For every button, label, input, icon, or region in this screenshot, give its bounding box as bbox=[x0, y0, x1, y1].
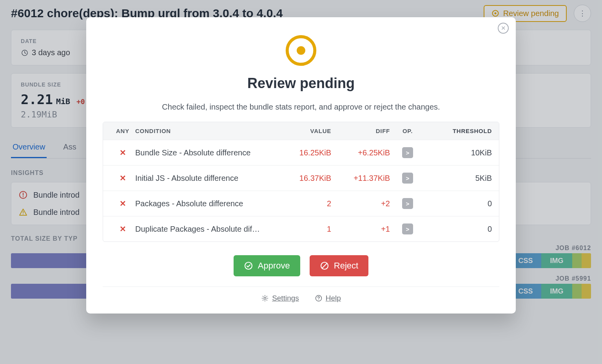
modal-title: Review pending bbox=[103, 75, 499, 92]
reject-button[interactable]: Reject bbox=[310, 255, 368, 276]
fail-x-icon: ✕ bbox=[120, 199, 126, 208]
diff-text: +6.25KiB bbox=[331, 148, 390, 157]
value-text: 16.25KiB bbox=[272, 148, 331, 157]
threshold-text: 5KiB bbox=[425, 174, 492, 183]
gear-icon bbox=[261, 294, 269, 302]
table-row[interactable]: ✕Initial JS - Absolute difference16.37Ki… bbox=[103, 165, 499, 191]
diff-text: +1 bbox=[331, 225, 390, 234]
col-condition: CONDITION bbox=[135, 128, 272, 134]
table-row[interactable]: ✕Packages - Absolute difference2+2>0 bbox=[103, 191, 499, 216]
modal-description: Check failed, inspect the bundle stats r… bbox=[103, 103, 499, 112]
col-value: VALUE bbox=[272, 128, 331, 134]
pending-icon bbox=[283, 32, 319, 69]
threshold-text: 0 bbox=[425, 225, 492, 234]
col-any: ANY bbox=[110, 128, 135, 134]
svg-point-8 bbox=[245, 262, 252, 269]
fail-x-icon: ✕ bbox=[120, 148, 126, 157]
settings-link[interactable]: Settings bbox=[261, 294, 299, 303]
op-chip: > bbox=[402, 147, 413, 158]
reject-text: Reject bbox=[334, 261, 358, 271]
col-threshold: THRESHOLD bbox=[425, 128, 492, 134]
diff-text: +11.37KiB bbox=[331, 174, 390, 183]
threshold-text: 10KiB bbox=[425, 148, 492, 157]
diff-text: +2 bbox=[331, 199, 390, 208]
svg-point-10 bbox=[264, 297, 266, 299]
value-text: 16.37KiB bbox=[272, 174, 331, 183]
condition-text: Duplicate Packages - Absolute dif… bbox=[135, 225, 272, 234]
approve-button[interactable]: Approve bbox=[234, 255, 300, 276]
settings-text: Settings bbox=[272, 294, 299, 303]
ban-icon bbox=[320, 261, 329, 270]
help-icon bbox=[315, 294, 323, 302]
svg-point-12 bbox=[318, 299, 319, 300]
help-text: Help bbox=[326, 294, 341, 303]
op-chip: > bbox=[402, 173, 413, 184]
approve-text: Approve bbox=[258, 261, 290, 271]
conditions-table: ANY CONDITION VALUE DIFF OP. THRESHOLD ✕… bbox=[103, 122, 499, 242]
condition-text: Packages - Absolute difference bbox=[135, 199, 272, 208]
table-row[interactable]: ✕Bundle Size - Absolute difference16.25K… bbox=[103, 140, 499, 165]
fail-x-icon: ✕ bbox=[120, 174, 126, 182]
op-chip: > bbox=[402, 198, 413, 209]
value-text: 1 bbox=[272, 225, 331, 234]
close-icon: ✕ bbox=[501, 25, 506, 32]
col-op: OP. bbox=[390, 128, 425, 134]
col-diff: DIFF bbox=[331, 128, 390, 134]
help-link[interactable]: Help bbox=[315, 294, 341, 303]
condition-text: Initial JS - Absolute difference bbox=[135, 174, 272, 183]
threshold-text: 0 bbox=[425, 199, 492, 208]
svg-point-7 bbox=[297, 46, 305, 55]
fail-x-icon: ✕ bbox=[120, 225, 126, 233]
table-row[interactable]: ✕Duplicate Packages - Absolute dif…1+1>0 bbox=[103, 216, 499, 241]
check-circle-icon bbox=[244, 261, 253, 270]
op-chip: > bbox=[402, 223, 413, 234]
condition-text: Bundle Size - Absolute difference bbox=[135, 148, 272, 157]
review-modal: ✕ Review pending Check failed, inspect t… bbox=[86, 17, 516, 314]
close-button[interactable]: ✕ bbox=[498, 23, 509, 34]
value-text: 2 bbox=[272, 199, 331, 208]
